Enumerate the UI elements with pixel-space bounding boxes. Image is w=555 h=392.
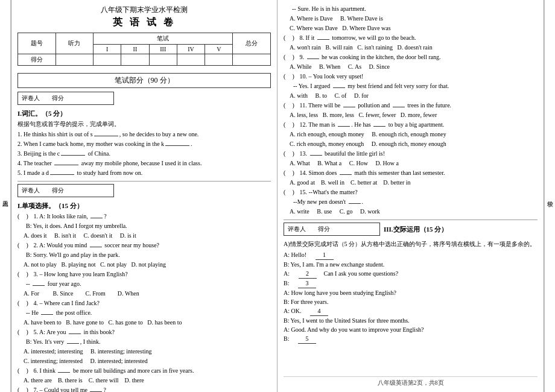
choice-q4-opts: A. have been to B. have gone to C. has g… xyxy=(17,318,271,327)
section3-label: III.交际运用（15 分） xyxy=(384,225,448,234)
choice-q1: ( )1. A: It looks like rain, ? xyxy=(17,212,271,221)
grader-label-3: 评卷人 xyxy=(288,225,306,233)
right-q15: ( )15. --What's the matter? xyxy=(284,188,538,197)
choice-q1-opts: A. does it B. isn't it C. doesn't it D. … xyxy=(17,232,271,240)
right-q10: ( )10. – You look very upset! xyxy=(284,72,538,81)
vocab-q2: 2. When I came back home, my mother was … xyxy=(17,140,271,148)
right-q8-opts-b: C. Where was Dave D. Where Dave was xyxy=(284,24,538,33)
choice-q7: ( )7. – Could you tell me ? xyxy=(17,386,271,392)
section2-label: I.单项选择。（15 分） xyxy=(17,201,271,210)
vocab-q1: 1. He thinks his shirt is out of s, so h… xyxy=(17,130,271,139)
right-q11: ( )11. There will be pollution and trees… xyxy=(284,101,538,110)
cell-score-label: 得分 xyxy=(18,54,56,66)
right-q8-intro: -- Sure. He is in his apartment. xyxy=(284,5,538,13)
right-q12-opts-b: C. rich enough, money enough D. enough r… xyxy=(284,140,538,148)
cell-score-4 xyxy=(177,54,205,66)
section3-header-row: 评卷人 得分 III.交际运用（15 分） xyxy=(284,223,538,238)
grader-label: 评卷人 xyxy=(22,94,40,103)
right-q14-opts: A. good at B. well in C. better at D. be… xyxy=(284,179,538,187)
grader-box-1: 评卷人 得分 xyxy=(17,92,114,105)
choice-q2-b: B: Sorry. We'll go and play in the park. xyxy=(17,251,271,259)
cell-score-3 xyxy=(149,54,177,66)
right-q13: ( )13. beautiful the little girl is! xyxy=(284,150,538,158)
right-page: -- Sure. He is in his apartment. A. Wher… xyxy=(278,0,544,392)
cell-score-total xyxy=(233,54,271,66)
dialogue-line-5: A: How long have you been studying Engli… xyxy=(284,288,538,297)
right-q8: ( )8. If it tomorrow, we will go to the … xyxy=(284,34,538,42)
right-q12: ( )12. The man is . He has to buy a big … xyxy=(284,121,538,129)
written-section-header: 笔试部分（90 分） xyxy=(17,73,271,88)
left-side-label: 出题人 xyxy=(0,0,11,392)
cell-listening: 听力 xyxy=(56,33,94,54)
vocab-q3: 3. Beijing is the c of China. xyxy=(17,150,271,158)
score-label-2: 得分 xyxy=(52,186,64,195)
dialogue-line-6: B: For three years. xyxy=(284,297,538,306)
choice-q4: ( )4. – Where can I find Jack? xyxy=(17,299,271,308)
cell-score-5 xyxy=(205,54,233,66)
right-q13-opts: A. What B. What a C. How D. How a xyxy=(284,159,538,168)
choice-q6: ( )6. I think be more tall buildings and… xyxy=(17,367,271,375)
cell-score-2 xyxy=(121,54,149,66)
cell-ii: II xyxy=(121,45,149,54)
choice-q3-b: -- four year ago. xyxy=(17,280,271,288)
right-q10-opts: A. with B. to C. of D. for xyxy=(284,92,538,100)
dialogue-line-3: A: 2 Can I ask you some questions? xyxy=(284,269,538,279)
right-q15-opts: A. write B. use C. go D. work xyxy=(284,207,538,216)
choice-q1-b: B: Yes, it does. And I forgot my umbrell… xyxy=(17,222,271,230)
section1-header-row: 评卷人 得分 xyxy=(17,92,271,107)
cell-label: 题号 xyxy=(18,33,56,54)
page-main-title: 英 语 试 卷 xyxy=(17,16,271,29)
dialogue-line-9: A: Good. And why do you want to improve … xyxy=(284,325,538,334)
right-q8-opts: A. won't rain B. will rain C. isn't rain… xyxy=(284,43,538,52)
choice-q5-opts-b: C. interesting; interested D. interested… xyxy=(17,357,271,365)
right-q8-opts-a: A. Where is Dave B. Where Dave is xyxy=(284,14,538,23)
dialogue-line-10: B: 5 xyxy=(284,334,538,344)
section3-instruction: A)情景交际完成对话（5 分）从方格中选出正确的句子，将序号填在横线上，有一项是… xyxy=(284,240,538,248)
vocab-q4: 4. The teacher away my mobile phone, bec… xyxy=(17,159,271,168)
dialogue-line-4: B: 3 xyxy=(284,279,538,288)
score-table: 题号 听力 笔试 总分 I II III IV V 得分 xyxy=(17,33,271,66)
cell-written: 笔试 xyxy=(94,33,233,45)
right-q12-opts-a: A. rich enough, enough money B. enough r… xyxy=(284,130,538,139)
choice-q3-opts: A. For B. Since C. From D. When xyxy=(17,289,271,298)
right-q11-opts: A. less, less B. more, less C. fewer, fe… xyxy=(284,111,538,119)
right-footer: 八年级英语第2页，共8页 xyxy=(284,376,538,387)
section1-label: I.词汇。（5 分） xyxy=(17,109,271,118)
dialogue-section: A: Hello! 1 B: Yes, I am. I'm a new exch… xyxy=(284,250,538,344)
right-q9-opts: A. While B. When C. As D. Since xyxy=(284,63,538,71)
cell-v: V xyxy=(205,45,233,54)
choice-q5-b: B: Yes. It's very , I think. xyxy=(17,338,271,346)
dialogue-line-7: A: OK. 4 xyxy=(284,306,538,316)
choice-q2-opts: A. not to play B. playing not C. not pla… xyxy=(17,261,271,269)
section2-header-row: 评卷人 得分 xyxy=(17,184,271,200)
score-label: 得分 xyxy=(52,94,64,103)
grader-box-3: 评卷人 得分 xyxy=(284,223,380,236)
main-content: 八年级下期末学业水平检测 英 语 试 卷 题号 听力 笔试 总分 I II II… xyxy=(11,0,544,392)
grader-label-2: 评卷人 xyxy=(22,186,40,195)
choice-q2: ( )2. A: Would you mind soccer near my h… xyxy=(17,241,271,250)
section1-instruction: 根据句意或首字母的提示，完成单词。 xyxy=(17,120,271,128)
choice-q3: ( )3. – How long have you learn English? xyxy=(17,270,271,279)
grader-box-2: 评卷人 得分 xyxy=(17,184,114,197)
right-side-label: 学校 xyxy=(544,0,555,392)
choice-q5: ( )5. A: Are you in this book? xyxy=(17,328,271,337)
cell-iv: IV xyxy=(177,45,205,54)
cell-total: 总分 xyxy=(233,33,271,54)
cell-score-listen xyxy=(56,54,94,66)
choice-q4-b: -- He the post office. xyxy=(17,309,271,317)
dialogue-line-8: B: Yes, I went to the United States for … xyxy=(284,316,538,325)
cell-iii: III xyxy=(149,45,177,54)
cell-i: I xyxy=(94,45,121,54)
right-q10-b: -- Yes. I argued my best friend and felt… xyxy=(284,82,538,90)
choice-q5-opts-a: A. interested; interesting B. interestin… xyxy=(17,347,271,356)
page-container: 出题人 八年级下期末学业水平检测 英 语 试 卷 题号 听力 笔试 总分 I I… xyxy=(0,0,555,392)
left-page: 八年级下期末学业水平检测 英 语 试 卷 题号 听力 笔试 总分 I II II… xyxy=(11,0,278,392)
vocab-q5: 5. I made a d to study hard from now on. xyxy=(17,169,271,177)
right-q15-b: --My new pen doesn't . xyxy=(284,198,538,206)
page-subtitle: 八年级下期末学业水平检测 xyxy=(17,5,271,15)
score-label-3: 得分 xyxy=(318,225,330,233)
cell-score-1 xyxy=(94,54,121,66)
choice-q6-opts: A. there are B. there is C. there will D… xyxy=(17,376,271,385)
right-q14: ( )14. Simon does math this semester tha… xyxy=(284,169,538,177)
dialogue-line-2: B: Yes, I am. I'm a new exchange student… xyxy=(284,260,538,269)
